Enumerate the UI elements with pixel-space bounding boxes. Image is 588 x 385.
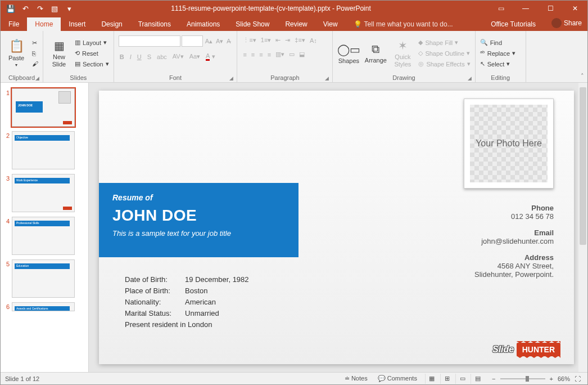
layout-button[interactable]: ▥Layout ▾ — [74, 38, 110, 47]
tab-animations[interactable]: Animations — [179, 17, 228, 31]
shapes-button[interactable]: ◯▭Shapes — [336, 35, 361, 72]
tab-slideshow[interactable]: Slide Show — [228, 17, 277, 31]
save-icon[interactable]: 💾 — [4, 2, 17, 15]
tell-me-search[interactable]: 💡Tell me what you want to do... — [346, 17, 461, 31]
shadow-button[interactable]: abc — [156, 51, 168, 62]
zoom-level[interactable]: 66% — [558, 375, 570, 382]
line-spacing-button[interactable]: ‡≡▾ — [293, 35, 306, 45]
select-button[interactable]: ↖Select ▾ — [479, 59, 517, 69]
strikethrough-button[interactable]: S — [146, 51, 152, 62]
tab-home[interactable]: Home — [27, 17, 61, 31]
tab-file[interactable]: File — [1, 17, 27, 31]
minimize-icon[interactable]: — — [513, 1, 538, 16]
change-case-button[interactable]: Aa▾ — [188, 51, 201, 62]
reading-view-icon[interactable]: ▭ — [455, 374, 469, 384]
dialog-launcher-icon[interactable]: ◢ — [325, 75, 329, 81]
clear-format-icon[interactable]: A̶ — [225, 35, 232, 47]
arrange-button[interactable]: ⧉Arrange — [363, 35, 388, 72]
format-painter-button[interactable]: 🖌 — [31, 59, 39, 68]
zoom-control[interactable]: − + 66% ⛶ — [490, 374, 583, 383]
vertical-scrollbar[interactable] — [578, 83, 587, 372]
slide-thumbnail-5[interactable]: Education — [12, 259, 75, 298]
underline-button[interactable]: U — [136, 51, 143, 62]
align-right-button[interactable]: ≡ — [258, 50, 264, 59]
sorter-view-icon[interactable]: ⊞ — [440, 374, 454, 384]
increase-indent-button[interactable]: ⇥ — [284, 35, 291, 45]
shape-fill-button[interactable]: ◆Shape Fill ▾ — [417, 38, 471, 47]
personal-details[interactable]: Date of Birth:19 December, 1982 Place of… — [124, 274, 254, 332]
cut-button[interactable]: ✂ — [31, 38, 39, 48]
share-button[interactable]: Share — [544, 15, 587, 31]
start-slideshow-icon[interactable]: ▧ — [48, 2, 61, 15]
slide-thumbnail-3[interactable]: Work Experience — [12, 174, 75, 212]
char-spacing-button[interactable]: AV▾ — [171, 51, 185, 62]
thumb-number: 6 — [4, 302, 10, 310]
scrollbar-thumb[interactable] — [580, 87, 586, 245]
undo-icon[interactable]: ↶ — [19, 2, 32, 15]
align-center-button[interactable]: ≡ — [250, 50, 256, 59]
collapse-ribbon-icon[interactable]: ˄ — [577, 31, 587, 82]
italic-button[interactable]: I — [129, 51, 133, 62]
redo-icon[interactable]: ↷ — [33, 2, 47, 15]
title-block[interactable]: Resume of JOHN DOE This is a sample text… — [99, 183, 298, 257]
slideshow-view-icon[interactable]: ▤ — [471, 374, 484, 384]
contact-info[interactable]: Phone 012 34 56 78 Email john@slidehunte… — [474, 204, 554, 279]
shape-effects-button[interactable]: ◎Shape Effects ▾ — [417, 59, 471, 69]
slide-thumbnail-4[interactable]: Professional Skills — [12, 217, 75, 255]
slide-thumbnail-2[interactable]: Objective — [12, 131, 75, 169]
dialog-launcher-icon[interactable]: ◢ — [229, 75, 233, 81]
normal-view-icon[interactable]: ▦ — [425, 374, 438, 384]
paste-button[interactable]: 📋 Paste▾ — [4, 35, 29, 72]
replace-button[interactable]: ᵃᵇReplace ▾ — [479, 48, 517, 58]
zoom-out-icon[interactable]: − — [490, 374, 497, 383]
tab-view[interactable]: View — [315, 17, 346, 31]
comments-button[interactable]: 💬 Comments — [376, 374, 419, 383]
bold-button[interactable]: B — [119, 51, 125, 62]
slide-thumbnail-1[interactable]: JOHN DOE — [12, 88, 75, 127]
smartart-button[interactable]: ⬓ — [298, 50, 306, 59]
dialog-launcher-icon[interactable]: ◢ — [35, 75, 39, 81]
text-direction-button[interactable]: A↕ — [309, 35, 318, 45]
columns-button[interactable]: ▥▾ — [274, 50, 286, 59]
office-tutorials-link[interactable]: Office Tutorials — [483, 17, 544, 31]
tab-insert[interactable]: Insert — [61, 17, 93, 31]
ribbon-options-icon[interactable]: ▭ — [489, 1, 513, 16]
slide-thumbnails-panel[interactable]: 1 JOHN DOE 2 Objective 3 Work Experience… — [1, 83, 89, 372]
zoom-slider-thumb[interactable] — [526, 376, 529, 382]
align-left-button[interactable]: ≡ — [242, 50, 247, 59]
tab-design[interactable]: Design — [93, 17, 130, 31]
slide-counter[interactable]: Slide 1 of 12 — [5, 375, 39, 382]
reset-button[interactable]: ⟲Reset — [74, 48, 110, 58]
numbering-button[interactable]: 1≡▾ — [260, 35, 273, 45]
tab-transitions[interactable]: Transitions — [130, 17, 179, 31]
align-text-button[interactable]: ▭ — [288, 50, 296, 59]
font-size-select[interactable] — [182, 35, 203, 47]
maximize-icon[interactable]: ☐ — [538, 1, 563, 16]
font-family-select[interactable] — [119, 35, 180, 47]
zoom-slider[interactable] — [500, 378, 545, 379]
tab-review[interactable]: Review — [277, 17, 315, 31]
copy-button[interactable]: ⎘ — [31, 49, 39, 58]
font-color-button[interactable]: A▾ — [205, 51, 216, 62]
bullets-button[interactable]: ⋮≡▾ — [242, 35, 257, 45]
decrease-indent-button[interactable]: ⇤ — [274, 35, 282, 45]
fit-to-window-icon[interactable]: ⛶ — [572, 374, 583, 383]
new-slide-button[interactable]: ▦ New Slide — [47, 35, 71, 72]
find-button[interactable]: 🔍Find — [479, 38, 517, 47]
increase-font-icon[interactable]: A▴ — [204, 35, 214, 47]
qat-customize-icon[interactable]: ▾ — [62, 2, 76, 15]
justify-button[interactable]: ≡ — [266, 50, 272, 59]
close-icon[interactable]: ✕ — [563, 1, 587, 16]
notes-button[interactable]: ≐ Notes — [342, 374, 370, 383]
photo-placeholder[interactable]: Your Photo Here — [464, 99, 554, 189]
slide-canvas[interactable]: Your Photo Here Resume of JOHN DOE This … — [89, 83, 587, 372]
chevron-down-icon: ▾ — [15, 62, 17, 68]
slide-thumbnail-6[interactable]: Awards and Certifications — [12, 302, 75, 311]
quick-styles-button[interactable]: ✶Quick Styles — [390, 35, 415, 72]
section-button[interactable]: ▤Section ▾ — [74, 59, 110, 69]
dialog-launcher-icon[interactable]: ◢ — [468, 75, 472, 81]
shape-outline-button[interactable]: ◇Shape Outline ▾ — [417, 48, 471, 58]
group-editing: 🔍Find ᵃᵇReplace ▾ ↖Select ▾ Editing — [476, 31, 526, 82]
zoom-in-icon[interactable]: + — [548, 374, 555, 383]
decrease-font-icon[interactable]: A▾ — [215, 35, 224, 47]
